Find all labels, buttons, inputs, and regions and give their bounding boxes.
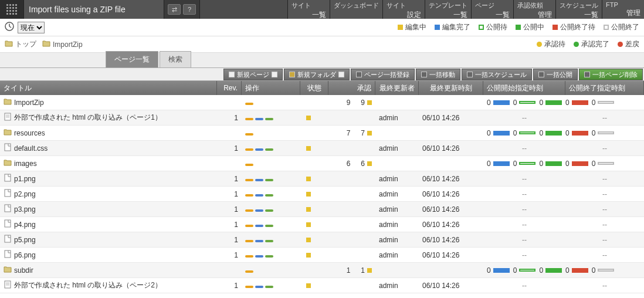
table-row[interactable]: subdir1100000 bbox=[0, 263, 644, 278]
svg-rect-1 bbox=[9, 4, 11, 6]
table-body: ImportZip9900000外部で作成された html の取り込み（ページ1… bbox=[0, 95, 644, 293]
top-menu-2[interactable]: サイト設定 bbox=[382, 0, 425, 19]
table-row[interactable]: p5.png1admin06/10 14:26---- bbox=[0, 232, 644, 248]
table-row[interactable]: ImportZip9900000 bbox=[0, 95, 644, 110]
row-approval: 11 bbox=[328, 266, 375, 275]
row-time: 06/10 14:26 bbox=[419, 190, 483, 198]
row-ops[interactable] bbox=[242, 205, 300, 214]
row-ops[interactable] bbox=[242, 282, 300, 290]
col-title[interactable]: タイトル bbox=[0, 81, 217, 95]
toolbar-button[interactable]: ページ一括登録 bbox=[351, 69, 415, 80]
col-rev[interactable]: Rev. bbox=[217, 81, 242, 95]
folder-icon bbox=[5, 40, 13, 49]
breadcrumb-item[interactable]: トップ bbox=[5, 39, 36, 49]
toolbar-button[interactable]: 一括公開 bbox=[533, 69, 578, 80]
table-row[interactable]: default.css1admin06/10 14:26---- bbox=[0, 141, 644, 156]
table-row[interactable]: images6600000 bbox=[0, 156, 644, 171]
toolbar-button[interactable]: 一括スケジュール bbox=[462, 69, 532, 80]
row-ops[interactable] bbox=[242, 99, 300, 107]
row-start: -- bbox=[483, 205, 565, 214]
tab[interactable]: 検索 bbox=[160, 51, 191, 67]
table-row[interactable]: p6.png1admin06/10 14:26---- bbox=[0, 248, 644, 263]
folder-icon bbox=[4, 158, 12, 168]
row-start: -- bbox=[483, 114, 565, 122]
row-rev: 1 bbox=[217, 251, 242, 259]
row-end: -- bbox=[565, 114, 644, 122]
svg-rect-3 bbox=[15, 4, 17, 6]
menu-title: ページ bbox=[475, 1, 510, 10]
folder-icon bbox=[42, 40, 50, 49]
col-user[interactable]: 最終更新者 bbox=[375, 81, 419, 95]
row-ops[interactable] bbox=[242, 190, 300, 198]
row-user: admin bbox=[375, 205, 419, 214]
row-rev: 1 bbox=[217, 282, 242, 290]
time-select[interactable]: 現在 bbox=[18, 22, 45, 33]
row-ops[interactable] bbox=[242, 251, 300, 259]
col-appr[interactable]: 承認 bbox=[328, 81, 375, 95]
row-ops[interactable] bbox=[242, 129, 300, 137]
top-menu-7[interactable]: FTP管理 bbox=[602, 0, 644, 19]
tab[interactable]: ページ一覧 bbox=[106, 51, 158, 67]
row-user: admin bbox=[375, 190, 419, 198]
top-menu-6[interactable]: スケジュール一覧 bbox=[555, 0, 602, 19]
help-icon[interactable]: ? bbox=[183, 4, 196, 15]
toolbar-button[interactable]: 新規ページ bbox=[223, 69, 283, 80]
row-time: 06/10 14:26 bbox=[419, 144, 483, 153]
row-ops[interactable] bbox=[242, 160, 300, 168]
row-end: -- bbox=[565, 190, 644, 198]
file-icon bbox=[4, 235, 12, 245]
row-rev: 1 bbox=[217, 175, 242, 183]
row-time: 06/10 14:26 bbox=[419, 205, 483, 214]
top-menu-1[interactable]: ダッシュボード bbox=[330, 0, 382, 19]
col-stat[interactable]: 状態 bbox=[300, 81, 328, 95]
col-start[interactable]: 公開開始指定時刻 bbox=[483, 81, 565, 95]
table-row[interactable]: 外部で作成された html の取り込み（ページ1）1admin06/10 14:… bbox=[0, 110, 644, 126]
folder-icon bbox=[4, 128, 12, 138]
table-row[interactable]: p1.png1admin06/10 14:26---- bbox=[0, 171, 644, 187]
row-ops[interactable] bbox=[242, 221, 300, 229]
row-name: 外部で作成された html の取り込み（ページ1） bbox=[14, 113, 162, 123]
table-row[interactable]: p2.png1admin06/10 14:26---- bbox=[0, 187, 644, 202]
col-time[interactable]: 最終更新時刻 bbox=[419, 81, 483, 95]
svg-line-18 bbox=[9, 26, 11, 28]
col-end[interactable]: 公開終了指定時刻 bbox=[565, 81, 644, 95]
row-ops[interactable] bbox=[242, 236, 300, 244]
svg-rect-0 bbox=[6, 4, 8, 6]
row-start: 00000 bbox=[483, 129, 618, 137]
row-name: default.css bbox=[14, 144, 48, 153]
row-status bbox=[300, 205, 328, 214]
top-menu-3[interactable]: テンプレート一覧 bbox=[425, 0, 471, 19]
top-menu-5[interactable]: 承認依頼管理 bbox=[513, 0, 555, 19]
breadcrumb-item[interactable]: ImportZip bbox=[42, 39, 83, 49]
swap-icon[interactable]: ⇄ bbox=[168, 4, 181, 15]
row-ops[interactable] bbox=[242, 266, 300, 275]
table-row[interactable]: p3.png1admin06/10 14:26---- bbox=[0, 202, 644, 217]
menu-sub: 一覧 bbox=[560, 10, 598, 20]
row-approval: 99 bbox=[328, 99, 375, 107]
table-row[interactable]: 外部で作成された html の取り込み（ページ2）1admin06/10 14:… bbox=[0, 278, 644, 293]
row-ops[interactable] bbox=[242, 144, 300, 153]
toolbar-button[interactable]: 一括ページ削除 bbox=[579, 69, 643, 80]
col-ops[interactable]: 操作 bbox=[242, 81, 300, 95]
svg-rect-5 bbox=[9, 7, 11, 9]
row-ops[interactable] bbox=[242, 175, 300, 183]
file-icon bbox=[4, 189, 12, 199]
top-menu-0[interactable]: サイト一覧 bbox=[287, 0, 330, 19]
svg-rect-15 bbox=[15, 13, 17, 15]
menu-sub: 管理 bbox=[517, 10, 552, 20]
page-icon bbox=[4, 113, 12, 123]
top-menu-4[interactable]: ページ一覧 bbox=[471, 0, 513, 19]
svg-rect-12 bbox=[6, 13, 8, 15]
folder-icon bbox=[4, 97, 12, 107]
file-icon bbox=[4, 219, 12, 229]
legend-item: 編集完了 bbox=[435, 22, 470, 32]
table-row[interactable]: resources7700000 bbox=[0, 126, 644, 141]
table-row[interactable]: p4.png1admin06/10 14:26---- bbox=[0, 217, 644, 232]
menu-title: スケジュール bbox=[560, 1, 598, 10]
toolbar-button[interactable]: 新規フォルダ bbox=[284, 69, 350, 80]
toolbar-button[interactable]: 一括移動 bbox=[416, 69, 460, 80]
row-name: ImportZip bbox=[14, 99, 44, 107]
row-ops[interactable] bbox=[242, 114, 300, 122]
row-rev: 1 bbox=[217, 221, 242, 229]
svg-rect-14 bbox=[12, 13, 14, 15]
